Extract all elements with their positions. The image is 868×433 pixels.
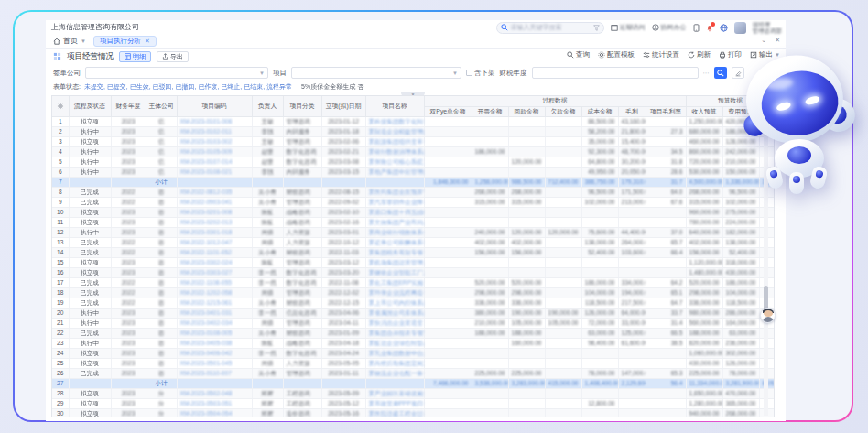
sign-company-select[interactable]: ▼ xyxy=(85,67,268,79)
table-row[interactable]: 23执行中2023咨XM-2023-0405-038陈航战略咨询2023-04-… xyxy=(52,338,775,348)
filter-funnel-icon[interactable] xyxy=(593,25,600,31)
search-submit-button[interactable] xyxy=(714,67,727,79)
cell-pye-amount xyxy=(424,348,472,358)
table-row[interactable]: 15拟立项2023咨XM-2023-0302-024陈航管理咨询2023-03-… xyxy=(52,257,775,267)
table-row[interactable]: 30拟立项2023分XM-2023-0504-054郑辉造价咨询2023-05-… xyxy=(52,408,775,417)
cell-gross-profit: 48,700.00 xyxy=(618,146,646,157)
subtotal-row[interactable]: 27小计7,466,000.003,538,000.003,283,000.00… xyxy=(52,378,775,388)
cell-start-date: 2023-01-11 xyxy=(321,368,365,378)
col-received[interactable]: 回款金额 xyxy=(508,106,545,116)
col-status[interactable]: 流程及状态 xyxy=(69,96,111,116)
table-row[interactable]: 24拟立项2023咨XM-2023-0406-042李一然数字化咨询2023-0… xyxy=(52,348,775,358)
table-row[interactable]: 1拟立项2023信XM-2023-0101-006王敏管理咨询2023-01-1… xyxy=(52,116,775,126)
user-avatar[interactable] xyxy=(734,22,746,34)
column-settings-gear[interactable] xyxy=(52,96,69,116)
table-row[interactable]: 6执行中2023信XM-2023-0108-021李强内训服务2023-03-1… xyxy=(52,167,775,177)
table-row[interactable]: 22已完成2023咨XM-2023-0108-005吴小青财税咨询2023-01… xyxy=(52,328,775,338)
table-row[interactable]: 21执行中2023咨XM-2023-0402-034周倩管理咨询2023-04-… xyxy=(52,318,775,328)
global-search-input[interactable]: 请输入关键字搜索 xyxy=(496,22,604,34)
table-row[interactable]: 9已完成2022咨XM-2022-0903-041吴小青管理咨询2022-09-… xyxy=(52,197,775,207)
tab-project-analysis[interactable]: 项目执行分析 ✕ xyxy=(93,36,157,47)
cell-owner: 陈航 xyxy=(252,257,283,267)
cell-outstanding xyxy=(545,277,581,287)
cell-invoiced: 298,000.00 xyxy=(472,287,508,298)
col-fiscal-year[interactable]: 财务年度 xyxy=(111,96,146,116)
cell-project-name: 某上市公司内控体系建设项目 xyxy=(365,298,424,308)
export-view-button[interactable]: 导出 xyxy=(157,51,189,62)
cell-income-budget: 430,000.00 xyxy=(686,358,722,368)
mobile-icon[interactable] xyxy=(693,24,700,32)
table-row[interactable]: 10拟立项2023咨XM-2023-0201-008陈航战略咨询2023-02-… xyxy=(52,207,775,217)
col-project-name[interactable]: 项目名称 xyxy=(365,96,424,116)
table-row[interactable]: 26已完成2023咨XM-2023-0110-007吴小青管理咨询2023-01… xyxy=(52,368,775,378)
tab-close-icon[interactable]: ✕ xyxy=(145,38,150,45)
table-row[interactable]: 3拟立项2023信XM-2023-0103-002王敏管理咨询2023-02-0… xyxy=(52,136,775,146)
notification-bell-icon[interactable] xyxy=(706,24,713,32)
table-row[interactable]: 5执行中2023信XM-2023-0107-014赵蕾数字化咨询2023-03-… xyxy=(52,157,775,167)
subtotal-row[interactable]: 7小计1,846,300.001,258,000.00986,500.00712… xyxy=(52,177,775,187)
cell-cost xyxy=(581,408,618,417)
globe-icon[interactable] xyxy=(720,24,728,32)
project-select[interactable]: ▼ xyxy=(291,67,461,79)
table-row[interactable]: 11拟立项2023咨XM-2023-0202-013陈航战略咨询2023-02-… xyxy=(52,217,775,227)
cell-fiscal-year: 2023 xyxy=(111,207,146,217)
table-row[interactable]: 14已完成2022咨XM-2022-1101-052吴小青财税咨询2022-11… xyxy=(52,247,775,257)
table-row[interactable]: 19已完成2022咨XM-2022-1215-061吴小青财税咨询2022-12… xyxy=(52,298,775,308)
table-row[interactable]: 2执行中2023信XM-2023-0102-011李强内训服务2023-01-1… xyxy=(52,126,775,136)
cell-project-code xyxy=(177,177,252,187)
cell-outstanding xyxy=(545,217,581,227)
more-filters-ellipsis[interactable]: ⋯ xyxy=(703,70,710,77)
col-gross-profit[interactable]: 毛利 xyxy=(618,106,646,116)
collaboration-button[interactable]: 协同办公 xyxy=(652,23,687,32)
col-gross-margin[interactable]: 项目毛利率 xyxy=(646,106,686,116)
robot-mascot[interactable] xyxy=(742,51,855,207)
table-row[interactable]: 18已完成2022咨XM-2022-1202-058周倩管理咨询2022-12-… xyxy=(52,287,775,298)
cell-project-code: XM-2023-0503-051 xyxy=(177,398,252,408)
col-income-budget[interactable]: 收入预算 xyxy=(686,106,722,116)
query-button[interactable]: 查询 xyxy=(567,50,590,60)
col-outstanding[interactable]: 欠款金额 xyxy=(545,106,581,116)
col-owner[interactable]: 负责人 xyxy=(252,96,283,116)
col-project-code[interactable]: 项目编码 xyxy=(177,96,252,116)
table-row[interactable]: 4执行中2023信XM-2023-0105-009赵蕾数字化咨询2023-02-… xyxy=(52,146,775,157)
col-company[interactable]: 主体公司 xyxy=(146,96,177,116)
refresh-button[interactable]: 刷新 xyxy=(688,50,711,60)
cell-company: 咨 xyxy=(146,358,177,368)
cell-category: 人力资源 xyxy=(283,237,321,247)
table-row[interactable]: 12执行中2023咨XM-2023-0301-018周倩人力资源2023-03-… xyxy=(52,227,775,237)
home-button[interactable]: 首页 ▼ xyxy=(53,36,86,46)
table-row[interactable]: 8已完成2022咨XM-2022-0812-035吴小青财税咨询2022-08-… xyxy=(52,187,775,197)
cell-received xyxy=(508,167,545,177)
table-row[interactable]: 16拟立项2023咨XM-2023-0303-027李一然数字化咨询2023-0… xyxy=(52,267,775,277)
table-row[interactable]: 28拟立项2023分XM-2023-0502-048郑辉工程咨询2023-05-… xyxy=(52,388,775,398)
cell-expense-budget: 470,000.00 xyxy=(722,388,759,398)
table-row[interactable]: 17已完成2022咨XM-2022-1108-055李一然数字化咨询2022-1… xyxy=(52,277,775,287)
cell-invoiced: 3,538,000.00 xyxy=(472,378,508,388)
cell-cost: 96,500.00 xyxy=(581,187,618,197)
cell-gross-margin: 66.4 xyxy=(646,247,686,257)
print-button[interactable]: 打印 xyxy=(719,50,742,60)
chevron-down-icon: ▼ xyxy=(259,70,265,76)
table-row[interactable]: 25拟立项2023咨XM-2023-0501-045周倩人力资源2023-05-… xyxy=(52,358,775,368)
cell-gross-margin: 65.7 xyxy=(646,237,686,247)
col-start-date[interactable]: 立项(拟)日期 xyxy=(321,96,365,116)
table-row[interactable]: 20执行中2023咨XM-2023-0401-031李一然信息化咨询2023-0… xyxy=(52,308,775,318)
col-invoiced[interactable]: 开票金额 xyxy=(472,106,508,116)
stat-settings-button[interactable]: 统计设置 xyxy=(643,50,679,60)
cell-gross-margin xyxy=(646,398,686,408)
col-cost[interactable]: 成本金额 xyxy=(581,106,618,116)
recent-visits-button[interactable]: 近期访问 xyxy=(611,23,646,32)
include-offshelf-checkbox[interactable]: 含下架 xyxy=(466,69,495,78)
cell-invoiced: 520,000.00 xyxy=(472,277,508,287)
col-pye-amount[interactable]: 双Pye单金额 xyxy=(424,106,472,116)
detail-view-button[interactable]: 明细 xyxy=(119,51,151,62)
cell-status: 已完成 xyxy=(69,277,111,287)
table-row[interactable]: 29拟立项2023分XM-2023-0503-051郑辉工程咨询2023-05-… xyxy=(52,398,775,408)
table-row[interactable]: 13已完成2022咨XM-2022-1012-047周倩人力资源2022-10-… xyxy=(52,237,775,247)
cell-start-date: 2023-03-15 xyxy=(321,167,365,177)
floating-contact-button[interactable] xyxy=(760,308,776,323)
cell-owner: 王敏 xyxy=(252,116,283,126)
fiscal-year-input[interactable] xyxy=(532,67,699,79)
template-config-button[interactable]: 配置模板 xyxy=(598,50,635,60)
col-category[interactable]: 项目分类 xyxy=(283,96,321,116)
